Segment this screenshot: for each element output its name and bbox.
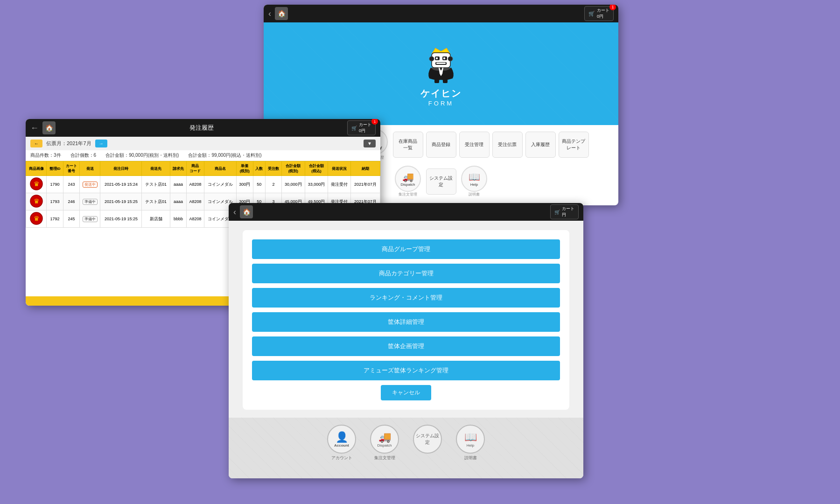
send-status: 発送中 xyxy=(83,182,98,188)
col-send: 発送 xyxy=(80,161,100,176)
row-delivery: 2021年07月 xyxy=(351,176,380,193)
dispatch-icon-circle: 🚚 Dispatch xyxy=(395,166,421,192)
modal-nav-dispatch[interactable]: 🚚 Dispatch 集注文管理 xyxy=(370,425,399,471)
cancel-button[interactable]: キャンセル xyxy=(381,385,431,400)
row-image: ♛ xyxy=(26,176,47,193)
modal-nav-help[interactable]: 📖 Help 説明書 xyxy=(456,425,485,471)
col-image: 商品画像 xyxy=(26,161,47,176)
row-ship-status: 発注受付 xyxy=(328,176,351,193)
nav-item-system[interactable]: システム設定 xyxy=(426,168,456,195)
mascot-container: ケイヒン FORM xyxy=(420,41,462,107)
modal-content-area: 商品グループ管理 商品カテゴリー管理 ランキング・コメント管理 筐体詳細管理 筐… xyxy=(243,230,569,410)
svg-rect-1 xyxy=(432,53,450,68)
modal-cart-label: カート xyxy=(562,206,574,212)
col-date: 発注日時 xyxy=(100,161,142,176)
window-modal: ‹ 🏠 🛒 カート 円 商品グループ管理 商品カテゴリー管理 ランキング・コメン… xyxy=(229,203,583,478)
nav-item-template[interactable]: 商品テンプレート xyxy=(559,132,589,158)
btn-chassis-detail[interactable]: 筐体詳細管理 xyxy=(252,312,560,332)
row-total-incl: 33,000円 xyxy=(305,176,328,193)
svg-rect-13 xyxy=(443,78,448,83)
row-date: 2021-05-19 15:24 xyxy=(100,176,142,193)
cart-label: カート xyxy=(597,7,609,14)
nav-item-stock-history[interactable]: 入庫履歴 xyxy=(525,132,556,158)
order-cart-button[interactable]: 🛒 カート 0円 1 xyxy=(347,120,376,135)
order-cart-label: カート xyxy=(359,122,371,128)
modal-titlebar-left: ‹ 🏠 xyxy=(233,205,253,218)
stock-history-label: 入庫履歴 xyxy=(531,141,550,148)
col-ship-status: 発送状況 xyxy=(328,161,351,176)
order-back-button[interactable]: ← xyxy=(30,123,39,133)
col-dest: 発送先 xyxy=(142,161,170,176)
template-label: 商品テンプレート xyxy=(562,138,585,151)
modal-nav-account[interactable]: 👤 Account アカウント xyxy=(327,425,356,471)
modal-cart-amount: 円 xyxy=(562,212,574,218)
nav-item-order-mgmt[interactable]: 受注管理 xyxy=(459,132,490,158)
btn-product-category[interactable]: 商品カテゴリー管理 xyxy=(252,264,560,283)
account-label: Account xyxy=(334,443,349,448)
btn-chassis-plan[interactable]: 筐体企画管理 xyxy=(252,336,560,356)
order-cart-count: 1 xyxy=(371,119,378,125)
nav-item-invoice[interactable]: 受注伝票 xyxy=(492,132,523,158)
main-titlebar: ‹ 🏠 🛒 カート 0円 1 xyxy=(264,5,618,22)
table-row[interactable]: ♛ 1790 243 発送中 2021-05-19 15:24 テスト店01 a… xyxy=(26,176,380,193)
send-status: 準備中 xyxy=(83,216,98,222)
row-date: 2021-05-19 15:25 xyxy=(100,210,142,228)
col-unit-price: 単価(税別) xyxy=(237,161,253,176)
row-dest: テスト店01 xyxy=(142,193,170,210)
stock-label: 在庫商品一覧 xyxy=(399,138,417,151)
brand-sub: FORM xyxy=(428,100,454,107)
svg-point-9 xyxy=(448,56,453,61)
row-cart-num: 243 xyxy=(63,176,79,193)
dispatch-icon: 🚚 xyxy=(402,171,414,182)
order-stats-row: 商品件数：3件 合計個数：6 合計金額：90,000円(税別・送料別) 合計金額… xyxy=(26,150,380,161)
modal-cart-button[interactable]: 🛒 カート 円 xyxy=(550,204,579,219)
cart-button[interactable]: 🛒 カート 0円 1 xyxy=(584,6,614,21)
nav-item-dispatch[interactable]: 🚚 Dispatch 集注文管理 xyxy=(393,166,423,197)
col-order-qty: 受注数 xyxy=(265,161,281,176)
modal-help-sublabel: 説明書 xyxy=(464,455,477,461)
row-send: 準備中 xyxy=(80,193,100,210)
nav-item-help[interactable]: 📖 Help 説明書 xyxy=(459,166,490,197)
svg-text:♛: ♛ xyxy=(33,197,39,205)
row-billing: aaaa xyxy=(170,193,186,210)
stat-total-qty: 合計個数：6 xyxy=(70,152,97,159)
cart-amount: 0円 xyxy=(597,14,609,20)
filter-next-btn[interactable]: → xyxy=(95,140,107,147)
order-titlebar-left: ← 🏠 xyxy=(30,121,56,134)
btn-product-group[interactable]: 商品グループ管理 xyxy=(252,239,560,259)
modal-nav-system[interactable]: システム設定 xyxy=(413,425,442,471)
row-order-id: 1792 xyxy=(47,210,63,228)
col-product-code: 商品コード xyxy=(187,161,204,176)
order-home-button[interactable]: 🏠 xyxy=(42,121,56,134)
svg-text:♛: ♛ xyxy=(33,215,39,222)
stat-total-excl: 合計金額：90,000円(税別・送料別) xyxy=(105,152,179,159)
account-icon-circle: 👤 Account xyxy=(327,425,356,454)
row-total-excl: 30,000円 xyxy=(282,176,305,193)
modal-system-circle: システム設定 xyxy=(413,425,442,454)
order-filter-row: ← 伝票月：2021年7月 → ▼ xyxy=(26,137,380,150)
col-cart-num: カート番号 xyxy=(63,161,79,176)
mascot-icon xyxy=(422,41,460,85)
row-send: 発送中 xyxy=(80,176,100,193)
back-button[interactable]: ‹ xyxy=(268,9,271,19)
row-order-id: 1793 xyxy=(47,193,63,210)
btn-ranking-comment[interactable]: ランキング・コメント管理 xyxy=(252,288,560,308)
help-icon: 📖 xyxy=(469,171,480,182)
stat-total-incl: 合計金額：99,000円(税込・送料別) xyxy=(188,152,261,159)
modal-back-button[interactable]: ‹ xyxy=(233,207,236,217)
home-button[interactable]: 🏠 xyxy=(275,7,288,20)
svg-text:♛: ♛ xyxy=(33,180,39,188)
nav-item-register[interactable]: 商品登録 xyxy=(426,132,456,158)
help-label: Help xyxy=(470,182,478,187)
account-icon: 👤 xyxy=(336,431,348,443)
nav-item-stock[interactable]: 在庫商品一覧 xyxy=(393,132,423,158)
col-total-incl: 合計金額(税込) xyxy=(305,161,328,176)
filter-prev-btn[interactable]: ← xyxy=(30,140,42,147)
row-order-id: 1790 xyxy=(47,176,63,193)
hero-area: ケイヒン FORM xyxy=(264,22,618,125)
modal-home-button[interactable]: 🏠 xyxy=(240,205,253,218)
btn-amusement-ranking[interactable]: アミューズ筐体ランキング管理 xyxy=(252,361,560,380)
dispatch-sublabel: 集注文管理 xyxy=(399,192,417,197)
filter-period: 伝票月：2021年7月 xyxy=(46,140,91,147)
filter-dropdown[interactable]: ▼ xyxy=(364,140,376,147)
